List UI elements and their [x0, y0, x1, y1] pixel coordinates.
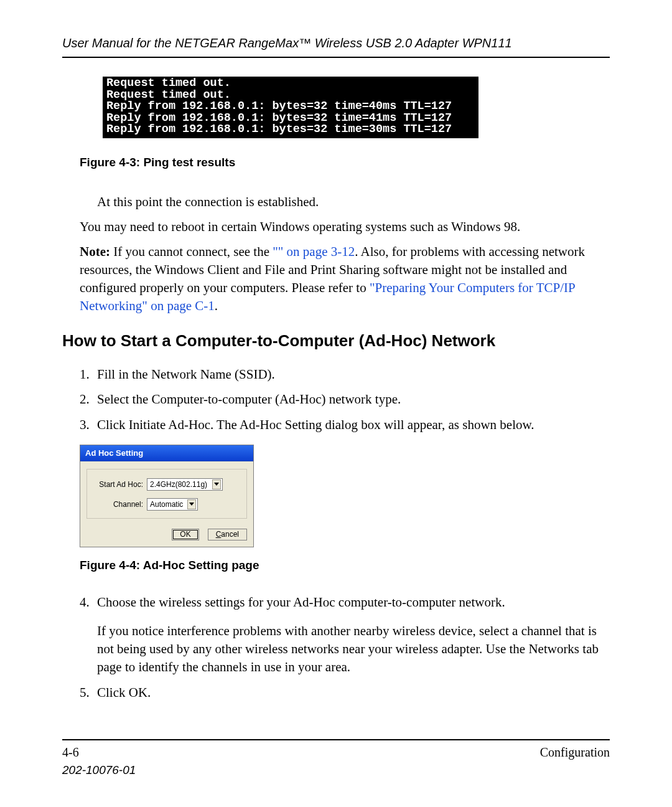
dialog-row-channel: Channel: Automatic [92, 498, 241, 511]
page-header-title: User Manual for the NETGEAR RangeMax™ Wi… [62, 36, 610, 58]
cancel-button[interactable]: Cancel [208, 529, 247, 540]
start-adhoc-label: Start Ad Hoc: [92, 480, 147, 489]
dialog-body: Start Ad Hoc: 2.4GHz(802.11g) Channel: A… [80, 461, 253, 522]
page-number: 4-6 [62, 745, 79, 760]
figure-caption-4-4: Figure 4-4: Ad-Hoc Setting page [80, 559, 610, 572]
step-text: Fill in the Network Name (SSID). [97, 367, 275, 382]
paragraph-reboot: You may need to reboot in certain Window… [80, 218, 610, 235]
step4-sub-paragraph: If you notice interference problems with… [97, 622, 610, 676]
paragraph-connection-established: At this point the connection is establis… [97, 193, 610, 210]
page-footer: 4-6 Configuration 202-10076-01 [62, 739, 610, 777]
steps-list: 1.Fill in the Network Name (SSID). 2.Sel… [80, 366, 610, 433]
list-item: 1.Fill in the Network Name (SSID). [80, 366, 610, 383]
channel-select[interactable]: Automatic [147, 498, 198, 511]
step-text: Choose the wireless settings for your Ad… [97, 595, 505, 610]
svg-marker-0 [214, 483, 219, 486]
chevron-down-icon [212, 479, 221, 489]
step-number: 3. [80, 416, 90, 433]
figure-caption-4-3: Figure 4-3: Ping test results [80, 156, 610, 169]
terminal-line: Reply from 192.168.0.1: bytes=32 time=30… [106, 123, 452, 136]
step-text: Select the Computer-to-computer (Ad-Hoc)… [97, 392, 401, 407]
channel-value: Automatic [150, 500, 183, 509]
step-text: Click Initiate Ad-Hoc. The Ad-Hoc Settin… [97, 417, 534, 432]
footer-rule [62, 739, 610, 740]
svg-marker-1 [189, 503, 194, 506]
list-item: 4.Choose the wireless settings for your … [80, 593, 610, 611]
step-number: 4. [80, 593, 90, 611]
note-block: Note: If you cannot connect, see the "" … [80, 243, 610, 315]
list-item: 3.Click Initiate Ad-Hoc. The Ad-Hoc Sett… [80, 416, 610, 433]
list-item: 2.Select the Computer-to-computer (Ad-Ho… [80, 390, 610, 408]
cancel-rest: ancel [221, 530, 239, 539]
step-number: 5. [80, 684, 90, 701]
note-text-post: . [215, 298, 218, 313]
document-number: 202-10076-01 [62, 763, 610, 777]
ok-button[interactable]: OK [172, 529, 198, 540]
step-number: 2. [80, 390, 90, 408]
step-number: 1. [80, 366, 90, 383]
note-text-pre: If you cannot connect, see the [110, 244, 273, 259]
dialog-footer: OK Cancel [80, 522, 253, 547]
heading-adhoc-network: How to Start a Computer-to-Computer (Ad-… [62, 331, 610, 351]
channel-label: Channel: [92, 500, 147, 509]
cancel-underline: C [216, 530, 222, 539]
section-label: Configuration [540, 745, 610, 760]
ad-hoc-setting-dialog: Ad Hoc Setting Start Ad Hoc: 2.4GHz(802.… [80, 445, 254, 547]
link-page-3-12[interactable]: "" on page 3-12 [273, 244, 355, 259]
start-adhoc-value: 2.4GHz(802.11g) [150, 480, 207, 489]
list-item: 5.Click OK. [80, 684, 610, 701]
start-adhoc-select[interactable]: 2.4GHz(802.11g) [147, 478, 223, 491]
steps-list-continued: 4.Choose the wireless settings for your … [80, 593, 610, 611]
dialog-field-group: Start Ad Hoc: 2.4GHz(802.11g) Channel: A… [86, 469, 247, 519]
chevron-down-icon [187, 499, 196, 509]
steps-list-continued-2: 5.Click OK. [80, 684, 610, 701]
note-label: Note: [80, 244, 110, 259]
dialog-titlebar: Ad Hoc Setting [80, 445, 253, 461]
ping-terminal-output: Request timed out. Request timed out. Re… [103, 77, 478, 138]
dialog-row-start-adhoc: Start Ad Hoc: 2.4GHz(802.11g) [92, 478, 241, 491]
footer-row: 4-6 Configuration [62, 745, 610, 760]
step-text: Click OK. [97, 685, 151, 700]
